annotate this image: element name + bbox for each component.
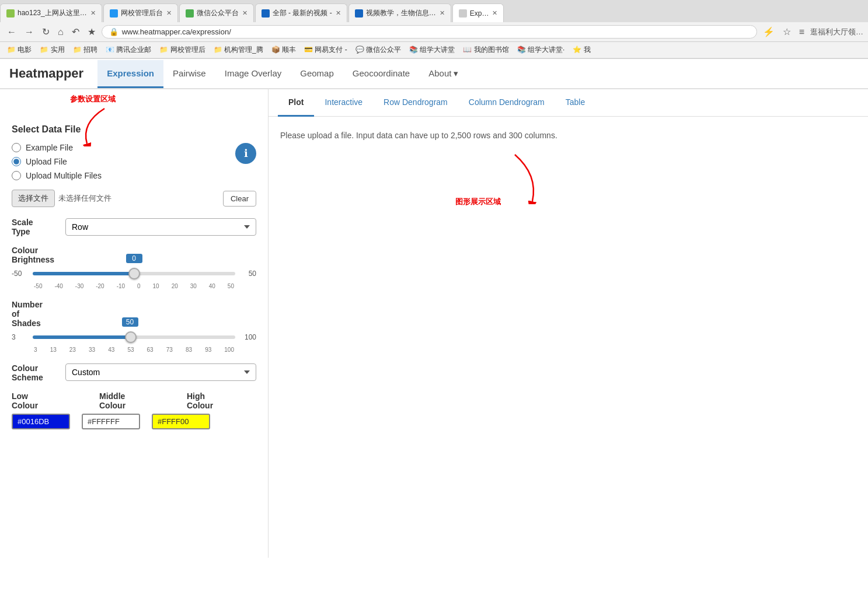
tab-favicon-5: [355, 9, 363, 18]
main-layout: 参数设置区域 Select Data File Example File: [0, 89, 868, 558]
bm-wangxiao[interactable]: 📁 网校管理后: [157, 44, 207, 56]
radio-example-file[interactable]: Example File: [12, 143, 102, 152]
browser-tab-3[interactable]: 微信公众平台 ✕: [179, 4, 254, 22]
right-annotation-text: 图形展示区域: [455, 197, 501, 206]
forward-button[interactable]: →: [22, 26, 36, 39]
choose-file-button[interactable]: 选择文件: [12, 190, 55, 207]
nav-about[interactable]: About ▾: [419, 60, 468, 89]
tab-label-3: 微信公众平台: [197, 8, 239, 18]
low-colour-label: Low Colour: [12, 391, 64, 410]
radio-upload-file[interactable]: Upload File: [12, 157, 102, 166]
tab-close-5[interactable]: ✕: [440, 9, 445, 17]
menu-button[interactable]: ≡: [797, 26, 807, 39]
clear-button[interactable]: Clear: [223, 191, 256, 207]
left-panel: 参数设置区域 Select Data File Example File: [0, 89, 269, 558]
nav-pairwise[interactable]: Pairwise: [163, 60, 215, 88]
middle-colour-label: Middle Colour: [99, 391, 152, 410]
radio-upload-file-input[interactable]: [12, 157, 21, 166]
app-nav: Heatmapper Expression Pairwise Image Ove…: [0, 59, 868, 89]
tab-label-4: 全部 - 最新的视频 -: [273, 8, 332, 18]
browser-tab-6[interactable]: Exp… ✕: [452, 4, 504, 22]
bm-zhaopin[interactable]: 📁 招聘: [71, 44, 100, 56]
number-shades-section: Number of Shades 3 50 100 31323334353637…: [12, 300, 256, 353]
tab-close-4[interactable]: ✕: [336, 9, 341, 17]
radio-example-file-input[interactable]: [12, 143, 21, 152]
radio-upload-multiple-input[interactable]: [12, 171, 21, 180]
colour-scheme-label: Colour Scheme: [12, 363, 58, 382]
bm-tushuguan[interactable]: 📖 我的图书馆: [461, 44, 511, 56]
bm-zuoxue2[interactable]: 📚 组学大讲堂·: [515, 44, 567, 56]
tab-content: Please upload a file. Input data can hav…: [269, 117, 868, 558]
tab-table[interactable]: Table: [555, 89, 595, 117]
tab-plot[interactable]: Plot: [278, 89, 314, 117]
bm-wo[interactable]: ⭐ 我: [570, 44, 592, 56]
tab-row-dendrogram[interactable]: Row Dendrogram: [373, 89, 458, 117]
bm-weixin[interactable]: 💬 微信公众平: [353, 44, 403, 56]
nav-image-overlay[interactable]: Image Overlay: [215, 60, 291, 88]
refresh-button[interactable]: ↻: [40, 25, 52, 39]
file-row: 选择文件 未选择任何文件 Clear: [12, 190, 256, 207]
right-annotation: 图形展示区域: [455, 152, 550, 207]
annotation-params: 参数设置区域: [70, 94, 116, 146]
ns-ticks: 3132333435363738393100: [12, 347, 256, 353]
colour-inputs-section: Low Colour Middle Colour High Colour: [12, 391, 256, 429]
tab-close-2[interactable]: ✕: [166, 9, 172, 17]
lightning-button[interactable]: ⚡: [761, 25, 777, 39]
radio-upload-multiple[interactable]: Upload Multiple Files: [12, 171, 102, 180]
ns-val-bubble: 50: [122, 317, 138, 327]
middle-colour-input[interactable]: [82, 414, 140, 429]
address-bar[interactable]: 🔒 www.heatmapper.ca/expression/: [102, 25, 757, 39]
bm-wangyi[interactable]: 💳 网易支付 -: [302, 44, 350, 56]
undo-button[interactable]: ↶: [69, 25, 82, 39]
info-button[interactable]: ℹ: [235, 143, 256, 164]
bookmark-button[interactable]: ★: [85, 25, 98, 39]
cb-ticks: -50-40-30-20-1001020304050: [12, 283, 256, 289]
home-button[interactable]: ⌂: [55, 26, 66, 39]
scale-type-label: Scale Type: [12, 218, 58, 236]
colour-brightness-slider[interactable]: [33, 272, 235, 275]
bm-shiyong[interactable]: 📁 实用: [37, 44, 67, 56]
app-logo: Heatmapper: [9, 66, 83, 81]
address-text: www.heatmapper.ca/expression/: [122, 27, 231, 36]
nav-geocoordinate[interactable]: Geocoordinate: [343, 60, 419, 88]
high-colour-input[interactable]: [152, 414, 210, 429]
colour-inputs-row: [12, 414, 256, 429]
bm-shunfeng[interactable]: 📦 顺丰: [269, 44, 298, 56]
colour-brightness-top: -50 0 50: [12, 267, 256, 281]
lock-icon: 🔒: [109, 27, 118, 36]
back-button[interactable]: ←: [5, 26, 19, 39]
nav-geomap[interactable]: Geomap: [291, 60, 343, 88]
scale-type-select[interactable]: Row Column None: [65, 218, 256, 236]
ns-track-wrap: 50: [33, 330, 235, 344]
nav-expression[interactable]: Expression: [97, 60, 163, 88]
browser-tab-2[interactable]: 网校管理后台 ✕: [103, 4, 178, 22]
number-shades-slider[interactable]: [33, 335, 235, 339]
tab-label-6: Exp…: [470, 9, 489, 18]
star-button[interactable]: ☆: [780, 25, 793, 39]
tab-favicon-4: [262, 9, 270, 18]
tab-close-6[interactable]: ✕: [492, 9, 497, 17]
browser-tab-1[interactable]: hao123_上网从这里… ✕: [0, 4, 102, 22]
bm-jigou[interactable]: 📁 机构管理_腾: [211, 44, 266, 56]
colour-scheme-select[interactable]: Custom RdBu Blues Greens: [65, 363, 256, 381]
tab-close-1[interactable]: ✕: [90, 9, 96, 17]
about-chevron-icon: ▾: [454, 68, 458, 79]
number-shades-top: 3 50 100: [12, 330, 256, 344]
file-type-radio-group: Example File Upload File Upload Multiple…: [12, 143, 102, 180]
tab-interactive[interactable]: Interactive: [314, 89, 373, 117]
bm-tencent[interactable]: 📧 腾讯企业邮: [103, 44, 154, 56]
ns-max-label: 100: [240, 333, 256, 341]
cb-min-label: -50: [12, 270, 28, 278]
browser-tab-5[interactable]: 视频教学，生物信息… ✕: [348, 4, 451, 22]
low-colour-input[interactable]: [12, 414, 70, 429]
bm-dianying[interactable]: 📁 电影: [5, 44, 34, 56]
number-shades-container: 3 50 100 3132333435363738393100: [12, 330, 256, 353]
tab-close-3[interactable]: ✕: [242, 9, 247, 17]
high-colour-label: High Colour: [187, 391, 233, 410]
tab-column-dendrogram[interactable]: Column Dendrogram: [458, 89, 555, 117]
browser-tab-4[interactable]: 全部 - 最新的视频 - ✕: [255, 4, 347, 22]
colour-scheme-row: Colour Scheme Custom RdBu Blues Greens: [12, 363, 256, 382]
bm-zuoxue[interactable]: 📚 组学大讲堂: [407, 44, 457, 56]
upload-message: Please upload a file. Input data can hav…: [280, 131, 856, 140]
right-panel: Plot Interactive Row Dendrogram Column D…: [269, 89, 868, 558]
